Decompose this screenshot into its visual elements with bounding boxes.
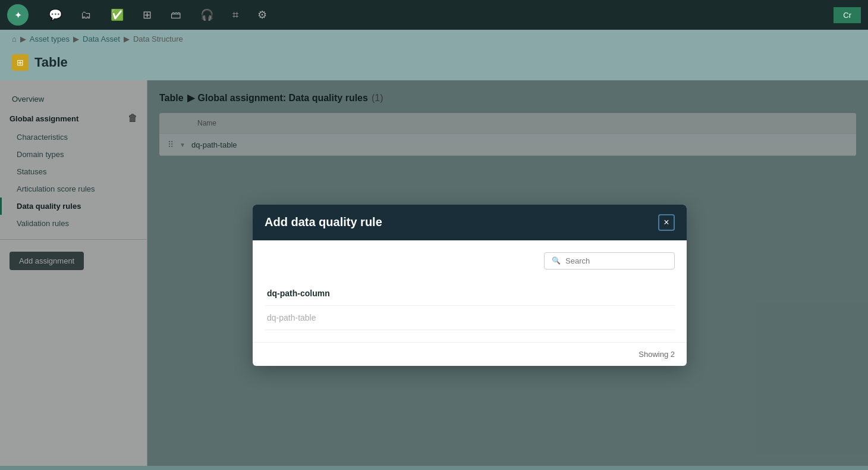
nav-icon-folder[interactable]: 🗂	[77, 5, 95, 25]
top-right-label[interactable]: Cr	[834, 7, 861, 23]
modal-close-button[interactable]: ×	[658, 214, 675, 231]
breadcrumb-data-structure: Data Structure	[133, 35, 183, 43]
nav-icon-headset[interactable]: 🎧	[197, 5, 217, 25]
search-input[interactable]	[565, 256, 667, 265]
breadcrumb: ⌂ ▶ Asset types ▶ Data Asset ▶ Data Stru…	[0, 30, 868, 48]
nav-icon-diagram[interactable]: ⌗	[229, 5, 242, 25]
search-icon: 🔍	[552, 256, 561, 265]
modal-title: Add data quality rule	[265, 215, 382, 229]
breadcrumb-sep2: ▶	[73, 35, 79, 43]
modal-footer: Showing 2	[253, 342, 687, 366]
breadcrumb-sep1: ▶	[20, 35, 26, 43]
modal-overlay: Add data quality rule × 🔍 dq-path-column…	[0, 80, 868, 466]
nav-icon-chat[interactable]: 💬	[45, 5, 65, 25]
rule-list: dq-path-column dq-path-table	[265, 281, 675, 330]
top-navigation: ✦ 💬 🗂 ✅ ⊞ 🗃 🎧 ⌗ ⚙ Cr	[0, 0, 868, 30]
showing-count: Showing 2	[639, 350, 675, 359]
nav-icon-tasks[interactable]: ✅	[107, 5, 127, 25]
page-header-icon: ⊞	[12, 54, 29, 71]
app-logo[interactable]: ✦	[7, 4, 29, 26]
page-header: ⊞ Table	[0, 48, 868, 80]
modal-body: 🔍 dq-path-column dq-path-table	[253, 240, 687, 342]
breadcrumb-home-icon[interactable]: ⌂	[12, 35, 17, 43]
breadcrumb-data-asset[interactable]: Data Asset	[83, 35, 120, 43]
breadcrumb-asset-types[interactable]: Asset types	[30, 35, 70, 43]
add-data-quality-rule-modal: Add data quality rule × 🔍 dq-path-column…	[253, 205, 687, 366]
breadcrumb-sep3: ▶	[124, 35, 130, 43]
search-bar[interactable]: 🔍	[544, 252, 675, 270]
rule-item-dq-path-column[interactable]: dq-path-column	[265, 281, 675, 306]
modal-header: Add data quality rule ×	[253, 205, 687, 240]
nav-icon-settings[interactable]: ⚙	[254, 5, 271, 25]
page-title: Table	[34, 55, 68, 70]
main-content: Overview Global assignment 🗑 Characteris…	[0, 80, 868, 466]
nav-icon-grid[interactable]: ⊞	[139, 5, 155, 25]
rule-item-dq-path-table[interactable]: dq-path-table	[265, 306, 675, 330]
nav-icon-database[interactable]: 🗃	[167, 5, 185, 25]
